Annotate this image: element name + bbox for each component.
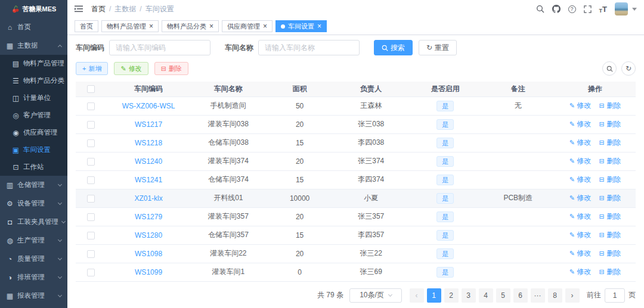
workshop-code-link[interactable]: WS1280 bbox=[135, 231, 162, 239]
add-button[interactable]: + 新增 bbox=[76, 62, 108, 75]
tab-home[interactable]: 首页 bbox=[75, 20, 98, 32]
prev-page-button[interactable]: ‹ bbox=[410, 288, 424, 303]
row-checkbox[interactable] bbox=[87, 102, 95, 110]
row-checkbox[interactable] bbox=[87, 250, 95, 258]
row-delete-link[interactable]: ⊟ 删除 bbox=[599, 138, 621, 147]
tab-material-category[interactable]: 物料产品分类 × bbox=[162, 20, 219, 32]
select-all-checkbox[interactable] bbox=[87, 85, 95, 93]
table-row[interactable]: WS1240 灌装车间374 20 张三374 是 ✎ 修改 ⊟ 删除 bbox=[76, 152, 636, 170]
row-delete-link[interactable]: ⊟ 删除 bbox=[599, 101, 621, 110]
workshop-code-input[interactable] bbox=[109, 40, 210, 55]
goto-page-input[interactable] bbox=[605, 288, 625, 303]
table-row[interactable]: WS1217 灌装车间038 20 张三038 是 ✎ 修改 ⊟ 删除 bbox=[76, 115, 636, 133]
close-icon[interactable]: × bbox=[263, 23, 267, 30]
sidebar-item-tooling-mgmt[interactable]: ◘ 工装夹具管理 bbox=[0, 213, 67, 231]
workshop-code-link[interactable]: WS1098 bbox=[135, 250, 162, 258]
row-checkbox[interactable] bbox=[87, 176, 95, 184]
page-size-select[interactable]: 10条/页 bbox=[349, 288, 402, 303]
sidebar-item-customer[interactable]: ◎ 客户管理 bbox=[0, 107, 67, 124]
sidebar-item-quality-mgmt[interactable]: ◔ 质量管理 bbox=[0, 250, 67, 268]
workshop-code-link[interactable]: WS1218 bbox=[135, 139, 162, 147]
search-button[interactable]: 搜索 bbox=[374, 40, 413, 55]
row-delete-link[interactable]: ⊟ 删除 bbox=[599, 212, 621, 220]
page-ellipsis[interactable]: ··· bbox=[531, 288, 545, 303]
workshop-code-link[interactable]: WS1099 bbox=[135, 268, 162, 276]
page-button-3[interactable]: 3 bbox=[462, 288, 476, 303]
table-row[interactable]: WS1099 灌装车间1 0 张三69 是 ✎ 修改 ⊟ 删除 bbox=[76, 263, 636, 281]
row-edit-link[interactable]: ✎ 修改 bbox=[569, 138, 592, 147]
row-delete-link[interactable]: ⊟ 删除 bbox=[599, 267, 621, 276]
sidebar-item-supplier[interactable]: ◉ 供应商管理 bbox=[0, 124, 67, 141]
page-button-1[interactable]: 1 bbox=[427, 288, 441, 303]
row-checkbox[interactable] bbox=[87, 121, 95, 129]
row-edit-link[interactable]: ✎ 修改 bbox=[569, 120, 592, 128]
close-icon[interactable]: × bbox=[317, 23, 321, 30]
sidebar-item-report-mgmt[interactable]: ▦ 报表管理 bbox=[0, 287, 67, 305]
row-edit-link[interactable]: ✎ 修改 bbox=[569, 157, 592, 165]
sidebar-item-workstation[interactable]: ⊡ 工作站 bbox=[0, 158, 67, 176]
workshop-code-link[interactable]: WS1241 bbox=[135, 176, 162, 184]
table-row[interactable]: WS1241 仓储车间374 15 李四374 是 ✎ 修改 ⊟ 删除 bbox=[76, 170, 636, 189]
table-row[interactable]: WS1098 灌装车间22 20 张三22 是 ✎ 修改 ⊟ 删除 bbox=[76, 244, 636, 263]
sidebar-item-material-mgmt[interactable]: ▤ 物料产品管理 bbox=[0, 55, 67, 72]
delete-button[interactable]: ⊟ 删除 bbox=[154, 62, 188, 75]
help-icon[interactable]: ? bbox=[568, 5, 576, 13]
sidebar-item-unit[interactable]: ◫ 计量单位 bbox=[0, 89, 67, 107]
sidebar-item-scheduling-mgmt[interactable]: ◑ 排班管理 bbox=[0, 268, 67, 287]
avatar[interactable] bbox=[615, 2, 628, 15]
sidebar-item-warehouse-mgmt[interactable]: ▥ 仓储管理 bbox=[0, 176, 67, 194]
close-icon[interactable]: × bbox=[149, 23, 153, 30]
row-checkbox[interactable] bbox=[87, 158, 95, 166]
reset-button[interactable]: ↻ 重置 bbox=[419, 40, 457, 55]
row-checkbox[interactable] bbox=[87, 139, 95, 147]
row-delete-link[interactable]: ⊟ 删除 bbox=[599, 157, 621, 165]
tab-supplier-mgmt[interactable]: 供应商管理 × bbox=[222, 20, 273, 32]
sidebar-collapse-icon[interactable] bbox=[75, 5, 83, 13]
workshop-code-link[interactable]: XZ01-klx bbox=[134, 194, 162, 203]
refresh-table-button[interactable]: ↻ bbox=[621, 61, 636, 76]
row-edit-link[interactable]: ✎ 修改 bbox=[569, 267, 592, 276]
close-icon[interactable]: × bbox=[209, 23, 213, 30]
table-row[interactable]: XZ01-klx 开料线01 10000 小夏 是 PCB制造 ✎ 修改 ⊟ 删… bbox=[76, 189, 636, 207]
row-delete-link[interactable]: ⊟ 删除 bbox=[599, 175, 621, 183]
row-checkbox[interactable] bbox=[87, 213, 95, 221]
workshop-name-input[interactable] bbox=[258, 40, 360, 55]
row-checkbox[interactable] bbox=[87, 232, 95, 239]
sidebar-item-workshop-settings[interactable]: ▣ 车间设置 bbox=[0, 141, 67, 158]
sidebar-item-equipment-mgmt[interactable]: ⚙ 设备管理 bbox=[0, 194, 67, 213]
page-button-5[interactable]: 5 bbox=[496, 288, 510, 303]
caret-down-icon[interactable] bbox=[632, 8, 637, 11]
workshop-code-link[interactable]: WS1279 bbox=[135, 213, 162, 221]
github-icon[interactable] bbox=[552, 5, 561, 13]
row-delete-link[interactable]: ⊟ 删除 bbox=[599, 249, 621, 257]
row-delete-link[interactable]: ⊟ 删除 bbox=[599, 231, 621, 239]
table-row[interactable]: WS-XZ006-WSL 手机制造间 50 王森林 是 无 ✎ 修改 ⊟ 删除 bbox=[76, 97, 636, 115]
page-button-2[interactable]: 2 bbox=[444, 288, 459, 303]
row-edit-link[interactable]: ✎ 修改 bbox=[569, 212, 592, 220]
fullscreen-icon[interactable] bbox=[584, 5, 592, 13]
row-edit-link[interactable]: ✎ 修改 bbox=[569, 231, 592, 239]
row-delete-link[interactable]: ⊟ 删除 bbox=[599, 194, 621, 202]
row-edit-link[interactable]: ✎ 修改 bbox=[569, 175, 592, 183]
row-edit-link[interactable]: ✎ 修改 bbox=[569, 249, 592, 257]
row-edit-link[interactable]: ✎ 修改 bbox=[569, 101, 592, 110]
next-page-button[interactable]: › bbox=[565, 288, 580, 303]
sidebar-item-home[interactable]: ⌂ 首页 bbox=[0, 18, 67, 36]
breadcrumb-home[interactable]: 首页 bbox=[91, 4, 106, 14]
table-row[interactable]: WS1279 灌装车间357 20 张三357 是 ✎ 修改 ⊟ 删除 bbox=[76, 207, 636, 226]
sidebar-item-production-mgmt[interactable]: ◍ 生产管理 bbox=[0, 231, 67, 250]
toggle-search-button[interactable] bbox=[602, 61, 617, 76]
sidebar-item-master-data[interactable]: ▦ 主数据 bbox=[0, 36, 67, 55]
workshop-code-link[interactable]: WS1240 bbox=[135, 157, 162, 166]
edit-button[interactable]: ✎ 修改 bbox=[114, 62, 148, 75]
workshop-code-link[interactable]: WS1217 bbox=[135, 120, 162, 129]
sidebar-item-material-category[interactable]: ☰ 物料产品分类 bbox=[0, 72, 67, 89]
tab-workshop-settings[interactable]: 车间设置 × bbox=[275, 20, 327, 32]
workshop-code-link[interactable]: WS-XZ006-WSL bbox=[122, 102, 175, 110]
row-checkbox[interactable] bbox=[87, 195, 95, 203]
page-button-8[interactable]: 8 bbox=[548, 288, 562, 303]
tab-material-mgmt[interactable]: 物料产品管理 × bbox=[101, 20, 159, 32]
table-row[interactable]: WS1218 仓储车间038 15 李四038 是 ✎ 修改 ⊟ 删除 bbox=[76, 133, 636, 152]
font-size-icon[interactable]: TT bbox=[599, 5, 607, 14]
row-delete-link[interactable]: ⊟ 删除 bbox=[599, 120, 621, 128]
